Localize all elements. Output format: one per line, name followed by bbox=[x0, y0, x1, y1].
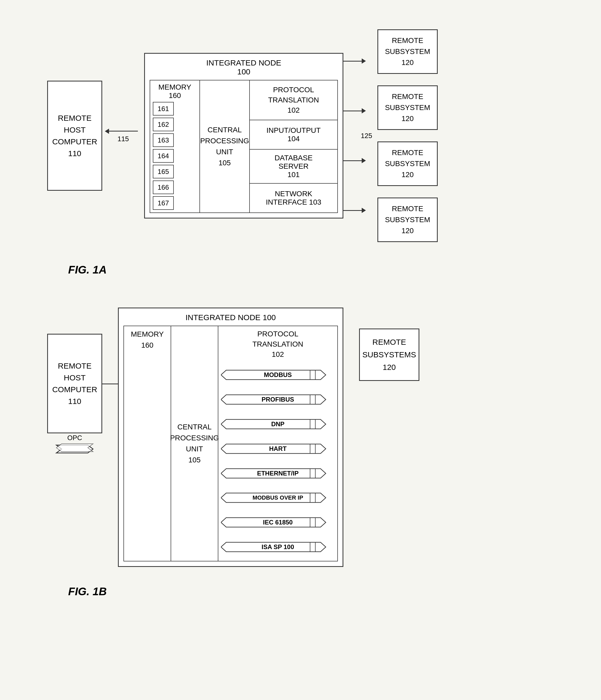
remote-sub-2: REMOTE SUBSYSTEM 120 bbox=[378, 85, 438, 130]
memory-title: MEMORY 160 bbox=[153, 83, 197, 100]
remote-host-computer-b: REMOTE HOST COMPUTER 110 bbox=[47, 334, 102, 433]
integrated-node-b-inner: MEMORY 160 CENTRAL PROCESSING UNIT 105 bbox=[123, 326, 338, 561]
remote-subsystems-column: REMOTE SUBSYSTEM 120 REMOTE SUBSYSTEM 12… bbox=[378, 26, 438, 245]
arrowhead-3 bbox=[362, 158, 366, 163]
host-to-node-line bbox=[102, 383, 118, 384]
remote-host-line2: HOST bbox=[64, 124, 86, 136]
network-interface-box: NETWORK INTERFACE 103 bbox=[250, 184, 337, 212]
arrow-line bbox=[109, 131, 138, 131]
proto-row-hart: HART bbox=[221, 439, 335, 458]
fig1a-label: FIG. 1A bbox=[68, 264, 580, 276]
arrow-to-sub4 bbox=[343, 208, 366, 213]
protocol-translation-box: PROTOCOL TRANSLATION 102 bbox=[250, 80, 337, 120]
protocol-arrows-list: MODBUS PROFIBUS bbox=[221, 364, 335, 558]
profibus-label: PROFIBUS bbox=[262, 396, 294, 403]
arrowhead-2 bbox=[362, 108, 366, 114]
input-output-box: INPUT/OUTPUT 104 bbox=[250, 120, 337, 150]
proto-row-ethernet: ETHERNET/IP bbox=[221, 464, 335, 483]
right-section: 125 bbox=[343, 26, 438, 245]
arrowhead-4 bbox=[362, 208, 366, 213]
memory-slot-163: 163 bbox=[153, 133, 174, 147]
arrows-125-column: 125 bbox=[343, 36, 375, 235]
arrowhead-1 bbox=[362, 58, 366, 64]
integrated-node-outer: INTEGRATED NODE 100 MEMORY 160 161 162 1… bbox=[144, 53, 343, 219]
opc-connector: OPC bbox=[54, 441, 96, 458]
proto-row-isa: ISA SP 100 bbox=[221, 538, 335, 556]
remote-host-line1: REMOTE bbox=[58, 112, 92, 124]
cpu-line1: CENTRAL bbox=[208, 126, 242, 134]
arrow-left-head bbox=[105, 129, 109, 134]
proto-row-modbus-ip: MODBUS OVER IP bbox=[221, 488, 335, 507]
arrow-to-sub1 bbox=[343, 58, 366, 64]
remote-sub-1: REMOTE SUBSYSTEM 120 bbox=[378, 29, 438, 74]
integrated-node-b-title: INTEGRATED NODE 100 bbox=[123, 313, 338, 322]
arrow-115-label: 115 bbox=[117, 135, 129, 143]
right-column: PROTOCOL TRANSLATION 102 INPUT/OUTPUT 10… bbox=[250, 80, 337, 212]
database-server-box: DATABASE SERVER 101 bbox=[250, 150, 337, 184]
remote-subsystems-b-box: REMOTE SUBSYSTEMS 120 bbox=[359, 328, 419, 381]
fig1b-label: FIG. 1B bbox=[68, 585, 580, 598]
memory-slot-161: 161 bbox=[153, 102, 174, 116]
memory-column: MEMORY 160 161 162 163 164 165 166 167 bbox=[150, 80, 200, 212]
memory-slot-164: 164 bbox=[153, 149, 174, 163]
modbus-ip-label: MODBUS OVER IP bbox=[253, 494, 303, 501]
remote-host-line3: COMPUTER bbox=[52, 136, 97, 148]
arrow-115-connector: 115 bbox=[102, 129, 144, 143]
remote-sub-3: REMOTE SUBSYSTEM 120 bbox=[378, 142, 438, 186]
ethernet-label: ETHERNET/IP bbox=[257, 470, 299, 477]
cpu-line2: PROCESSING bbox=[200, 137, 249, 145]
fig1b-section: REMOTE HOST COMPUTER 110 OPC INTEGRA bbox=[21, 297, 580, 598]
hart-label: HART bbox=[269, 445, 287, 452]
proto-row-iec: IEC 61850 bbox=[221, 513, 335, 532]
fig1a-layout: REMOTE HOST COMPUTER 110 115 INTEGRATED … bbox=[21, 16, 580, 256]
memory-slot-166: 166 bbox=[153, 180, 174, 194]
arrow-125-label: 125 bbox=[361, 132, 372, 140]
protocol-title-b: PROTOCOL TRANSLATION 102 bbox=[221, 329, 335, 360]
memory-slot-162: 162 bbox=[153, 118, 174, 131]
proto-row-profibus: PROFIBUS bbox=[221, 390, 335, 409]
remote-host-computer: REMOTE HOST COMPUTER 110 bbox=[47, 81, 102, 191]
svg-marker-1 bbox=[56, 444, 93, 452]
remote-subsystems-b: REMOTE SUBSYSTEMS 120 bbox=[359, 328, 419, 381]
isa-label: ISA SP 100 bbox=[262, 543, 294, 551]
cpu-column-b: CENTRAL PROCESSING UNIT 105 bbox=[171, 326, 218, 561]
cpu-column: CENTRAL PROCESSING UNIT 105 bbox=[200, 80, 250, 212]
opc-label: OPC bbox=[67, 434, 82, 442]
memory-slot-165: 165 bbox=[153, 165, 174, 178]
dnp-label: DNP bbox=[271, 421, 285, 428]
modbus-arrow bbox=[221, 366, 335, 384]
cpu-line4: 105 bbox=[219, 159, 231, 167]
integrated-node-b-outer: INTEGRATED NODE 100 MEMORY 160 CENTRAL P… bbox=[118, 307, 343, 567]
iec-label: IEC 61850 bbox=[263, 519, 292, 526]
remote-host-line4: 110 bbox=[68, 148, 81, 159]
arrow-to-sub3 bbox=[343, 158, 366, 163]
remote-sub-4: REMOTE SUBSYSTEM 120 bbox=[378, 198, 438, 242]
protocol-col-b: PROTOCOL TRANSLATION 102 bbox=[218, 326, 337, 561]
proto-row-modbus: MODBUS bbox=[221, 366, 335, 384]
arrow-to-sub2 bbox=[343, 108, 366, 114]
fig1b-layout: REMOTE HOST COMPUTER 110 OPC INTEGRA bbox=[21, 297, 580, 577]
memory-slot-167: 167 bbox=[153, 196, 174, 210]
opc-arrow-svg bbox=[54, 441, 96, 457]
integrated-node-title: INTEGRATED NODE 100 bbox=[150, 58, 338, 76]
fig1a-section: REMOTE HOST COMPUTER 110 115 INTEGRATED … bbox=[21, 16, 580, 276]
proto-row-dnp: DNP bbox=[221, 415, 335, 433]
integrated-node-inner: MEMORY 160 161 162 163 164 165 166 167 bbox=[150, 80, 338, 213]
memory-column-b: MEMORY 160 bbox=[124, 326, 171, 561]
cpu-line3: UNIT bbox=[216, 148, 233, 156]
memory-slots-container: 161 162 163 164 165 166 167 bbox=[153, 102, 197, 210]
